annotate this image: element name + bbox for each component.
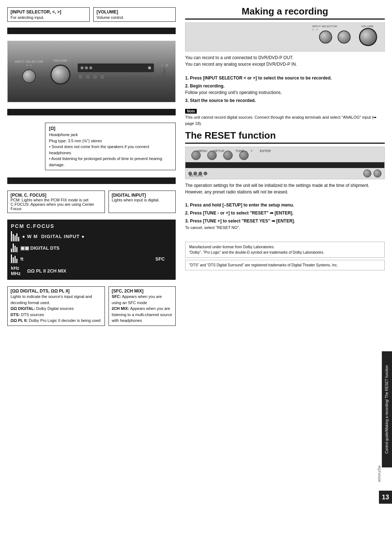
volume-title: [VOLUME] [97, 9, 172, 15]
seg-khz-mhz: kHzMHz [11, 265, 21, 276]
pcm-box: [PCM, C. FOCUS] PCM: Lights when the PCM… [7, 191, 105, 213]
digital-dts-line4: ΩΩ PL II: Dolby Pro Logic II decoder is … [11, 318, 102, 324]
seg-row-2: ● W M DIGITAL INPUT ● [11, 231, 172, 241]
dolby-line1: Manufactured under license from Dolby La… [189, 244, 381, 250]
reset-function-title: The RESET function [185, 130, 385, 144]
digital-input-box: [DIGITAL INPUT] Lights when input is dig… [109, 191, 176, 213]
digital-dts-box: [ΩΩ DIGITAL, DTS, ΩΩ PL II] Lights to in… [7, 286, 105, 326]
headphone-symbol: [Ω] [49, 125, 172, 132]
setup-label: – SETUP [211, 149, 225, 153]
seg-sfc: SFC [155, 256, 165, 262]
reset-cancel-note: To cancel, select "RESET NO". [185, 225, 240, 230]
digital-input-title: [DIGITAL INPUT] [112, 193, 172, 198]
dolby-line2: "Dolby", "Pro Logic" and the double-D sy… [189, 250, 381, 255]
right-knob-1 [319, 30, 332, 44]
reset-step-2: 2. Press [TUNE - or +] to select "RESET"… [185, 210, 385, 216]
recording-instructions: You can record to a unit connected to DV… [185, 54, 385, 68]
seg-digital-dts: ▣▣ DIGITAL DTS [20, 245, 60, 251]
recording-steps: 1. Press [INPUT SELECTOR < or >] to sele… [185, 73, 385, 105]
pcm-line2: C.FOCUS: Appears when you are using Cent… [11, 202, 102, 211]
instr-line1: You can record to a unit connected to DV… [185, 54, 385, 61]
reset-step-3: 3. Press [TUNE +] to select "RESET YES" … [185, 218, 385, 231]
input-selector-box: [INPUT SELECTOR, <, >] For selecting inp… [7, 7, 90, 22]
headphone-bullet2: Avoid listening for prolonged periods of… [49, 156, 172, 168]
headphone-line1: Plug type: 3.5 mm (⅛") stereo [49, 138, 172, 144]
volume-label-top: VOLUME [361, 25, 373, 28]
reset-dark-band [185, 162, 384, 168]
sfc-line1: SFC: Appears when you are using an SFC m… [112, 294, 172, 306]
input-selector-title: [INPUT SELECTOR, <, >] [11, 9, 86, 15]
footer-section: Manufactured under license from Dolby La… [185, 242, 385, 270]
step-2: 2. Begin recording. Follow your recordin… [185, 83, 385, 96]
dark-band-top [7, 28, 176, 34]
sfc-2ch-box: [SFC, 2CH MIX] SFC: Appears when you are… [109, 286, 176, 326]
headphone-title: Headphone jack [49, 132, 172, 138]
segment-display: PCM C.FOCUS ● W M DIGITAL INPUT ● [7, 220, 176, 280]
digital-dts-line3: DTS: DTS sources [11, 312, 102, 318]
reset-step-1: 1. Press and hold [–SETUP] to enter the … [185, 202, 385, 208]
bottom-label-row-2: [ΩΩ DIGITAL, DTS, ΩΩ PL II] Lights to in… [7, 286, 176, 326]
digital-dts-title: [ΩΩ DIGITAL, DTS, ΩΩ PL II] [11, 289, 102, 294]
input-selector-desc: For selecting input. [11, 15, 86, 20]
pcm-line1: PCM: Lights when the PCM FIX mode is set [11, 198, 102, 202]
note-label: Note [185, 109, 197, 114]
seg-digital-input: ● W M DIGITAL INPUT ● [22, 234, 85, 239]
top-label-row: [INPUT SELECTOR, <, >] For selecting inp… [7, 7, 176, 22]
tune-label: TUNE – [236, 149, 247, 153]
plus-label: + [251, 149, 253, 153]
seg-row-3: ▣▣ DIGITAL DTS [11, 244, 172, 252]
return-label: RETURN [189, 174, 203, 177]
receiver-panel-left: INPUT SELECTOR< > VOLUME [15, 59, 70, 85]
reset-receiver-diagram: – MENU – SETUP TUNE – + ENTER RETURN [185, 147, 385, 179]
digital-dts-line1: Lights to indicate the source's input si… [11, 294, 102, 306]
input-selector-label-top: INPUT SELECTOR< > [312, 25, 337, 31]
seg-row-4: ft SFC [11, 254, 172, 263]
dark-band-3 [7, 177, 176, 184]
ch-mix-line: 2CH MIX: Appears when you are listening … [112, 306, 172, 324]
receiver-illustration-top: INPUT SELECTOR< > VOLUME [7, 41, 176, 102]
input-selector-knob [22, 69, 36, 83]
volume-desc: Volume control. [97, 15, 172, 20]
note-text: This unit cannot record digital sources.… [185, 114, 385, 126]
step-1: 1. Press [INPUT SELECTOR < or >] to sele… [185, 75, 385, 81]
digital-dts-line2: ΩΩ DIGITAL: Dolby Digital sources [11, 306, 102, 312]
pcm-title: [PCM, C. FOCUS] [11, 193, 102, 198]
instr-line2: You can record any analog source except … [185, 61, 385, 68]
seg-row-5: kHzMHz ΩΩ PL II 2CH MIX [11, 265, 172, 276]
doc-number: RQTV0105 [377, 466, 381, 482]
headphone-box: [Ω] Headphone jack Plug type: 3.5 mm (⅛"… [45, 123, 176, 170]
right-knob-2 [338, 30, 351, 44]
receiver-right-diagram: INPUT SELECTOR< > VOLUME [185, 22, 385, 52]
receiver-body: INPUT SELECTOR< > VOLUME [8, 41, 175, 102]
seg-ft: ft [20, 256, 24, 262]
right-volume-knob [359, 28, 377, 46]
seg-pcm-cfocus: PCM C.FOCUS [11, 223, 54, 229]
reset-top-labels: – MENU – SETUP TUNE – + ENTER [189, 148, 277, 154]
digital-input-desc: Lights when input is digital. [112, 198, 172, 202]
reset-description: The operation settings for the unit will… [185, 182, 385, 195]
making-recording-title: Making a recording [185, 4, 385, 20]
side-tab: Control guide/Making a recording/ The RE… [382, 351, 392, 467]
headphone-bullet1: Sound does not come from the speakers if… [49, 144, 172, 156]
volume-box: [VOLUME] Volume control. [93, 7, 176, 22]
reset-mini-row [185, 168, 384, 179]
reset-steps-list: 1. Press and hold [–SETUP] to enter the … [185, 200, 385, 232]
step-3: 3. Start the source to be recorded. [185, 97, 385, 104]
dts-license: "DTS" and "DTS Digital Surround" are reg… [185, 260, 385, 270]
dark-band-bottom [7, 109, 176, 115]
sfc-2ch-title: [SFC, 2CH MIX] [112, 289, 172, 294]
menu-label: – MENU [195, 149, 207, 153]
page-number: 13 [379, 491, 392, 504]
volume-knob [50, 65, 70, 85]
seg-pl2-2chmix: ΩΩ PL II 2CH MIX [27, 268, 66, 274]
enter-label: ENTER [260, 149, 271, 153]
bottom-label-row: [PCM, C. FOCUS] PCM: Lights when the PCM… [7, 191, 176, 213]
dolby-license: Manufactured under license from Dolby La… [185, 242, 385, 258]
seg-row-1: PCM C.FOCUS [11, 223, 172, 229]
dts-line1: "DTS" and "DTS Digital Surround" are reg… [189, 262, 381, 268]
